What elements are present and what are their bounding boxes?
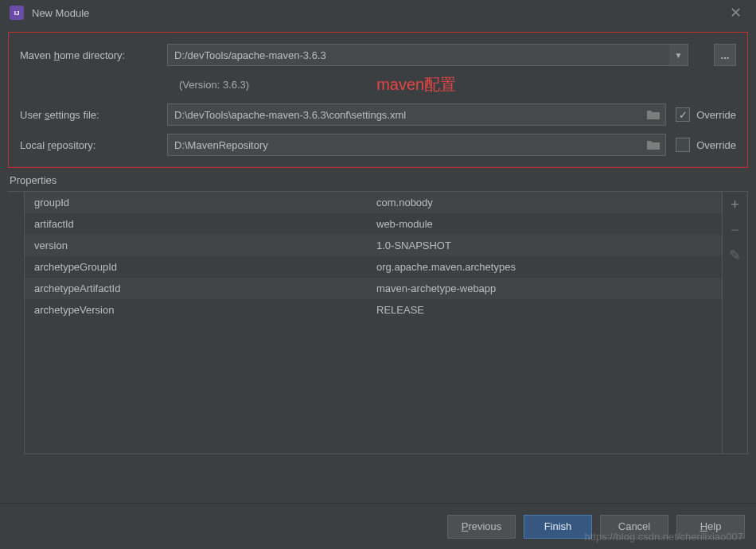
table-row[interactable]: groupIdcom.nobody (25, 192, 722, 213)
property-value: RELEASE (376, 304, 712, 316)
property-key: version (34, 239, 376, 251)
settings-file-input[interactable] (167, 103, 666, 126)
maven-config-annotation: maven配置 (376, 74, 456, 95)
property-value: com.nobody (376, 197, 712, 208)
property-key: archetypeGroupId (34, 261, 376, 273)
property-key: artifactId (34, 218, 376, 230)
properties-table[interactable]: groupIdcom.nobodyartifactIdweb-modulever… (24, 192, 723, 454)
version-row: (Version: 3.6.3) maven配置 (20, 74, 736, 95)
local-repo-label: Local repository: (20, 139, 167, 151)
properties-actions: + − ✎ (723, 192, 748, 454)
cancel-button[interactable]: Cancel (600, 515, 668, 539)
maven-config-section: Maven home directory: ▼ ... (Version: 3.… (8, 32, 748, 168)
table-row[interactable]: archetypeArtifactIdmaven-archetype-webap… (25, 278, 722, 299)
property-key: archetypeArtifactId (34, 282, 376, 294)
settings-file-row: User settings file: ✓ Override (20, 103, 736, 126)
table-row[interactable]: version1.0-SNAPSHOT (25, 235, 722, 256)
property-key: archetypeVersion (34, 304, 376, 316)
maven-home-row: Maven home directory: ▼ ... (20, 44, 736, 66)
property-value: 1.0-SNAPSHOT (376, 239, 712, 251)
table-row[interactable]: archetypeGroupIdorg.apache.maven.archety… (25, 256, 722, 278)
folder-icon[interactable] (647, 110, 660, 119)
local-repo-input[interactable] (167, 134, 666, 156)
table-row[interactable]: artifactIdweb-module (25, 213, 722, 235)
property-key: groupId (34, 197, 376, 208)
maven-home-label: Maven home directory: (20, 49, 167, 61)
repo-override: Override (676, 138, 736, 152)
close-icon[interactable]: ✕ (725, 4, 746, 21)
dropdown-icon[interactable]: ▼ (669, 44, 688, 66)
override-label: Override (696, 139, 736, 151)
window-title: New Module (32, 7, 725, 19)
add-icon[interactable]: + (723, 192, 747, 217)
property-value: web-module (376, 218, 712, 230)
maven-version: (Version: 3.6.3) (179, 79, 249, 91)
folder-icon[interactable] (647, 140, 660, 150)
override-label: Override (696, 109, 736, 121)
maven-home-input[interactable] (167, 44, 688, 66)
settings-override-checkbox[interactable]: ✓ (676, 107, 690, 122)
dialog-buttons: Previous Finish Cancel Help (0, 503, 756, 549)
settings-override: ✓ Override (676, 107, 736, 122)
properties-section: Properties groupIdcom.nobodyartifactIdwe… (8, 173, 748, 454)
previous-button[interactable]: Previous (447, 515, 516, 539)
settings-file-label: User settings file: (20, 109, 167, 121)
help-button[interactable]: Help (676, 515, 745, 539)
browse-button[interactable]: ... (714, 44, 736, 66)
finish-button[interactable]: Finish (524, 515, 592, 539)
properties-title: Properties (8, 173, 748, 192)
table-row[interactable]: archetypeVersionRELEASE (25, 299, 722, 321)
remove-icon[interactable]: − (723, 217, 747, 243)
edit-icon[interactable]: ✎ (723, 243, 747, 268)
property-value: org.apache.maven.archetypes (376, 261, 712, 273)
repo-override-checkbox[interactable] (676, 138, 690, 152)
titlebar: New Module ✕ (0, 0, 756, 25)
property-value: maven-archetype-webapp (376, 282, 712, 294)
local-repo-row: Local repository: Override (20, 134, 736, 156)
intellij-icon (10, 6, 24, 20)
